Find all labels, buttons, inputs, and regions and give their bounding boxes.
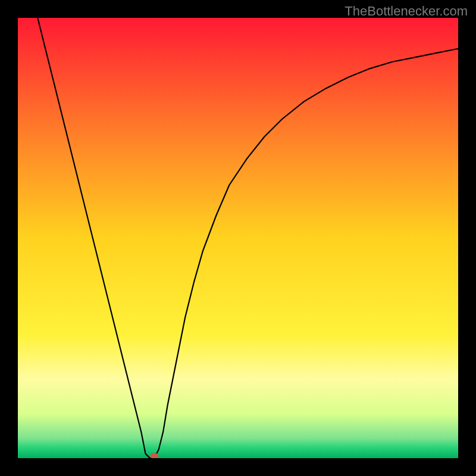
plot-svg bbox=[18, 18, 458, 458]
gradient-background bbox=[18, 18, 458, 458]
watermark-text: TheBottlenecker.com bbox=[345, 4, 468, 19]
plot-frame bbox=[18, 18, 458, 458]
